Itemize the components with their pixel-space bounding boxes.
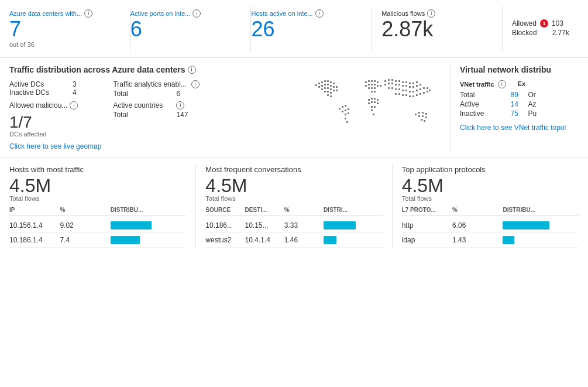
azure-dc-title-text: Azure data centers with... [9,10,82,17]
svg-rect-113 [425,117,427,118]
conv-th-dest: DESTI... [245,207,284,213]
proto-row-1: http 6.06 [402,218,579,233]
svg-rect-58 [377,102,379,104]
vnet-inactive-label: Inactive [460,109,511,118]
proto-bar-fill-2 [503,236,514,244]
vnet-total-val: 89 [511,91,528,99]
svg-rect-47 [371,87,373,89]
vnet-total-ex: Or [528,91,579,99]
svg-rect-64 [388,79,390,81]
active-ports-info-icon[interactable]: i [192,9,201,18]
svg-rect-76 [395,84,397,85]
svg-rect-8 [321,85,323,87]
vnet-info-icon[interactable]: i [498,80,506,88]
conv-dest-1: 10.15... [245,221,284,230]
geo-map-link[interactable]: Click here to see live geomap [9,142,101,150]
traffic-analytics-label: Traffic analytics enabl... [113,80,186,88]
svg-rect-72 [416,81,418,83]
svg-rect-13 [336,86,338,88]
svg-rect-4 [327,80,329,82]
hosts-panel: Hosts with most traffic 4.5M Total flows… [9,165,196,248]
proto-bar-1 [503,221,579,230]
svg-rect-97 [398,93,400,95]
hosts-panel-value: 4.5M [9,176,186,195]
protocols-panel-value: 4.5M [402,176,579,195]
svg-rect-111 [418,115,420,117]
vnet-topology-link[interactable]: Click here to see VNet traffic topol [460,124,566,132]
middle-section: Traffic distribution across Azure data c… [0,58,588,158]
svg-rect-25 [339,108,341,109]
conv-row-2: westus2 10.4.1.4 1.46 [205,233,382,248]
svg-rect-109 [422,112,424,114]
svg-rect-70 [409,83,411,84]
svg-rect-35 [365,81,367,83]
active-ports-title-text: Active ports on inte... [130,10,191,17]
vnet-row-inactive: Inactive 75 Pu [460,109,579,118]
hosts-active-metric: Hosts active on inte... i 26 [251,6,372,52]
active-countries-info-icon[interactable]: i [176,101,184,109]
svg-rect-65 [391,79,393,81]
blocked-label: Blocked [512,29,537,37]
svg-rect-31 [345,114,346,115]
svg-rect-90 [409,91,411,93]
active-ports-metric: Active ports on inte... i 6 [130,6,252,52]
conversations-panel-value: 4.5M [205,176,382,195]
svg-rect-100 [409,95,411,97]
svg-rect-17 [330,88,332,90]
traffic-analytics-info-icon[interactable]: i [191,80,200,88]
svg-rect-37 [371,80,373,82]
svg-rect-115 [424,120,425,122]
svg-rect-6 [333,83,335,84]
proto-bar-fill-1 [503,221,549,230]
malicious-info-icon[interactable]: i [427,9,435,18]
svg-rect-106 [429,90,431,91]
svg-rect-94 [423,87,425,89]
svg-rect-78 [402,85,404,87]
azure-dc-value: 7 [9,18,121,41]
svg-rect-99 [405,94,407,96]
svg-rect-79 [405,85,407,87]
hosts-pct-2: 7.4 [60,236,110,244]
svg-rect-67 [398,80,400,82]
hosts-active-info-icon[interactable]: i [315,9,324,18]
svg-rect-41 [368,84,370,85]
active-dcs-label: Active DCs [9,80,68,88]
dc-fraction: 1/7 [9,114,101,131]
svg-rect-10 [327,84,329,85]
inactive-dcs-val: 4 [73,88,77,97]
svg-rect-48 [374,87,376,89]
azure-dc-info-icon[interactable]: i [84,9,92,18]
active-countries-row: Active countries i [113,101,207,109]
proto-name-1: http [402,221,452,230]
svg-rect-88 [402,90,404,91]
svg-rect-44 [377,85,379,87]
bottom-row: Hosts with most traffic 4.5M Total flows… [0,158,588,255]
svg-rect-15 [324,87,326,89]
blocked-value: 2.77k [552,29,569,37]
conv-bar-2 [324,235,383,245]
inactive-dcs-row: Inactive DCs 4 [9,88,101,97]
svg-rect-103 [419,93,421,95]
world-map-svg [298,70,450,146]
inactive-dcs-label: Inactive DCs [9,88,68,97]
svg-rect-73 [384,84,386,85]
conv-source-1: 10.186... [205,221,245,230]
svg-rect-110 [425,113,427,115]
svg-rect-93 [419,88,421,90]
protocols-panel-title: Top application protocols [402,165,579,174]
allowed-row: Allowed 1 103 [512,19,569,28]
hosts-pct-1: 9.02 [60,221,110,230]
hosts-th-dist: DISTRIBU... [111,207,187,213]
svg-rect-3 [324,80,326,82]
traffic-info-icon[interactable]: i [188,66,196,74]
traffic-col-right: Traffic analytics enabl... i Total 6 Act… [113,80,207,150]
active-ports-value: 6 [130,18,242,41]
svg-rect-50 [374,91,376,93]
conv-bar-fill-1 [324,221,356,230]
vnet-row-total: Total 89 Or [460,91,579,99]
conv-th-dist: DISTRI... [324,207,383,213]
hosts-bar-2 [111,235,187,245]
conv-bar-fill-2 [324,236,336,244]
allowed-malicious-info-icon[interactable]: i [70,101,78,109]
hosts-bar-1 [111,221,187,230]
